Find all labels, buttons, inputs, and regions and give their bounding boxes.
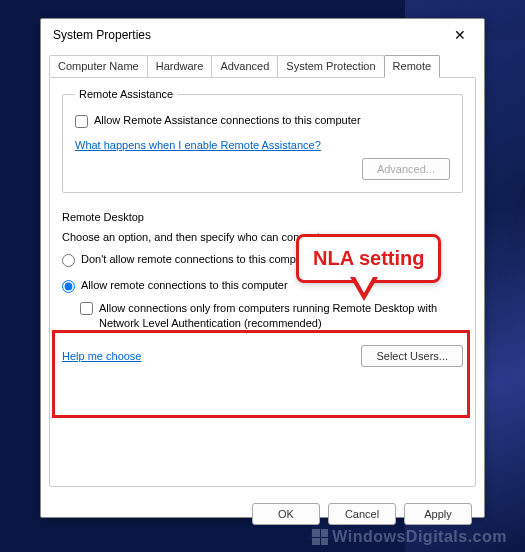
watermark-text: WindowsDigitals.com [332, 528, 507, 546]
tab-system-protection[interactable]: System Protection [277, 55, 384, 77]
rd-allow-radio[interactable] [62, 280, 75, 293]
allow-ra-label: Allow Remote Assistance connections to t… [94, 114, 361, 126]
dialog-button-row: OK Cancel Apply [41, 495, 484, 525]
annotation-tail-fill [354, 275, 374, 293]
tab-advanced[interactable]: Advanced [211, 55, 278, 77]
rd-deny-radio[interactable] [62, 254, 75, 267]
remote-assistance-group: Remote Assistance Allow Remote Assistanc… [62, 88, 463, 193]
ra-help-link[interactable]: What happens when I enable Remote Assist… [75, 139, 321, 151]
allow-ra-row[interactable]: Allow Remote Assistance connections to t… [75, 114, 450, 128]
dialog-title: System Properties [53, 28, 151, 42]
annotation-callout-text: NLA setting [313, 247, 424, 269]
ok-button[interactable]: OK [252, 503, 320, 525]
allow-ra-checkbox[interactable] [75, 115, 88, 128]
tab-strip: Computer Name Hardware Advanced System P… [41, 55, 484, 77]
nla-label: Allow connections only from computers ru… [99, 301, 463, 331]
watermark: WindowsDigitals.com [312, 528, 507, 546]
remote-assistance-legend: Remote Assistance [75, 88, 177, 100]
select-users-button[interactable]: Select Users... [361, 345, 463, 367]
ra-advanced-button: Advanced... [362, 158, 450, 180]
tab-computer-name[interactable]: Computer Name [49, 55, 148, 77]
nla-row[interactable]: Allow connections only from computers ru… [80, 301, 463, 331]
rd-deny-label: Don't allow remote connections to this c… [81, 253, 315, 265]
nla-checkbox[interactable] [80, 302, 93, 315]
help-me-choose-link[interactable]: Help me choose [62, 350, 142, 362]
windows-icon [312, 529, 328, 545]
titlebar: System Properties ✕ [41, 19, 484, 51]
cancel-button[interactable]: Cancel [328, 503, 396, 525]
tab-hardware[interactable]: Hardware [147, 55, 213, 77]
rd-allow-label: Allow remote connections to this compute… [81, 279, 288, 291]
remote-desktop-heading: Remote Desktop [62, 211, 463, 223]
close-icon[interactable]: ✕ [448, 27, 472, 43]
apply-button[interactable]: Apply [404, 503, 472, 525]
tab-remote[interactable]: Remote [384, 55, 441, 78]
